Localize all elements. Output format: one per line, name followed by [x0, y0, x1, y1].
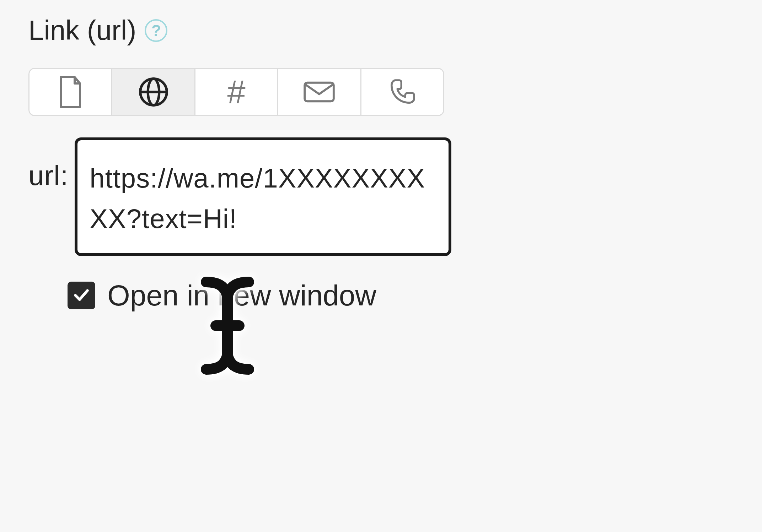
help-symbol: ?	[151, 22, 161, 39]
svg-rect-3	[305, 83, 334, 102]
tab-email[interactable]	[278, 69, 361, 115]
header-row: Link (url) ?	[28, 14, 483, 47]
url-row: url:	[28, 137, 483, 257]
open-new-window-checkbox[interactable]	[68, 282, 95, 309]
tab-anchor[interactable]: #	[195, 69, 278, 115]
help-icon[interactable]: ?	[145, 19, 167, 42]
url-input[interactable]	[75, 137, 451, 256]
section-title: Link (url)	[28, 14, 136, 47]
tab-url[interactable]	[112, 69, 195, 115]
open-new-window-row: Open in new window	[68, 279, 483, 312]
page-icon	[57, 75, 84, 109]
url-label: url:	[28, 137, 68, 192]
anchor-icon: #	[227, 76, 245, 108]
tab-phone[interactable]	[361, 69, 443, 115]
globe-icon	[137, 76, 170, 108]
tab-page[interactable]	[29, 69, 112, 115]
link-settings-panel: Link (url) ? #	[28, 14, 483, 312]
url-input-wrap	[75, 137, 483, 257]
open-new-window-label: Open in new window	[107, 279, 376, 312]
link-type-tabs: #	[28, 68, 444, 116]
mail-icon	[302, 80, 336, 104]
check-icon	[72, 285, 91, 306]
phone-icon	[387, 76, 418, 108]
